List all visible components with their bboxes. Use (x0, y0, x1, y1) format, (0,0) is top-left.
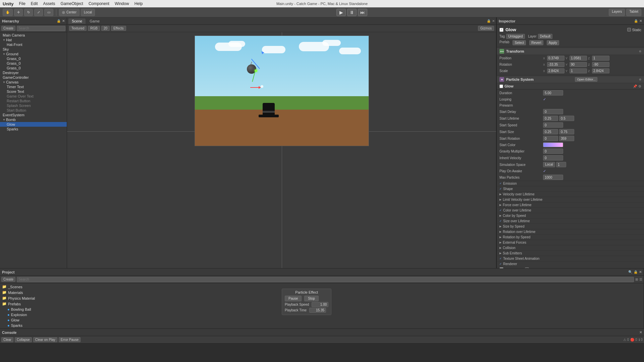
tab-scene[interactable]: Scene (68, 18, 86, 24)
open-editor-btn[interactable]: Open Editor... (575, 77, 597, 82)
play-button[interactable]: ▶ (336, 9, 346, 16)
hierarchy-item-ground[interactable]: ▼ Ground (0, 52, 67, 56)
transform-component-header[interactable]: ⟵ Transform ⚙ (497, 48, 644, 55)
hierarchy-item-destroyer[interactable]: Destroyer (0, 70, 67, 75)
color-by-speed-toggle[interactable]: Color by Speed (497, 213, 644, 218)
hierarchy-close-icon[interactable]: ✕ (62, 19, 65, 23)
gravity-input[interactable] (543, 148, 563, 154)
local-toggle[interactable]: Local (81, 9, 95, 16)
emission-toggle[interactable]: Emission (497, 181, 644, 186)
rot-x-input[interactable] (547, 62, 565, 67)
step-button[interactable]: ⏭ (358, 9, 367, 16)
particle-system-component-header[interactable]: ★ Particle System Open Editor... ⚙ (497, 76, 644, 83)
external-forces-toggle[interactable]: External Forces (497, 240, 644, 245)
start-color-swatch[interactable] (543, 142, 563, 147)
hierarchy-item-sparks[interactable]: Sparks (0, 127, 67, 131)
simulation-space-input[interactable] (556, 162, 566, 167)
rotation-lifetime-toggle[interactable]: Rotation over Lifetime (497, 229, 644, 234)
scene-close-icon[interactable]: ✕ (492, 19, 495, 23)
effects-dropdown[interactable]: Effects (111, 26, 126, 31)
collision-toggle[interactable]: Collision (497, 245, 644, 250)
looping-checkbox[interactable]: ✓ (543, 97, 546, 102)
playback-time-input[interactable] (309, 308, 326, 313)
play-on-awake-checkbox[interactable]: ✓ (543, 169, 546, 173)
hierarchy-item-timertext[interactable]: Timer Text (0, 84, 67, 89)
hierarchy-item-canvas[interactable]: ▼ Canvas (0, 80, 67, 84)
project-close-icon[interactable]: ✕ (639, 270, 642, 274)
stop-particle-btn[interactable]: Stop (304, 296, 319, 301)
simulation-space-dropdown[interactable]: Local (543, 162, 555, 167)
hierarchy-item-grass1[interactable]: Grass_0 (0, 56, 67, 61)
hierarchy-lock-icon[interactable]: 🔒 (57, 19, 61, 23)
size-by-speed-toggle[interactable]: Size by Speed (497, 224, 644, 229)
menu-assets[interactable]: Assets (43, 1, 55, 6)
start-speed-input[interactable] (543, 122, 563, 128)
start-delay-input[interactable] (543, 109, 563, 114)
start-size-x-input[interactable] (543, 129, 558, 134)
menu-window[interactable]: Window (115, 1, 129, 6)
project-create-btn[interactable]: Create (1, 277, 15, 282)
rot-z-input[interactable] (592, 62, 609, 67)
playback-speed-input[interactable] (312, 302, 328, 307)
apply-button[interactable]: Apply (547, 40, 559, 45)
tablet-dropdown[interactable]: Tablet (626, 9, 641, 16)
textured-dropdown[interactable]: Textured (69, 26, 87, 31)
project-lock-icon[interactable]: 🔒 (634, 270, 638, 274)
hierarchy-item-hatfront[interactable]: Hat-Front (0, 42, 67, 47)
scale-x-input[interactable] (547, 68, 565, 73)
menu-component[interactable]: Component (89, 1, 109, 6)
hierarchy-item-gameovertext[interactable]: Game Over Text (0, 94, 67, 99)
hierarchy-item-maincamera[interactable]: Main Camera (0, 33, 67, 38)
pos-y-input[interactable] (570, 56, 587, 61)
hierarchy-item-hat[interactable]: ▼ Hat (0, 38, 67, 42)
inspector-lock-icon[interactable]: 🔒 (634, 19, 638, 23)
project-item-glow-prefab[interactable]: ● Glow (0, 317, 644, 323)
sub-emitters-toggle[interactable]: Sub Emitters (497, 250, 644, 256)
go-active-checkbox[interactable]: ✓ (499, 28, 503, 32)
layer-value[interactable]: Default (538, 34, 553, 39)
hierarchy-item-startbutton[interactable]: Start Button (0, 108, 67, 113)
max-particles-input[interactable] (543, 175, 563, 180)
scene-lock-icon[interactable]: 🔒 (487, 19, 491, 23)
pause-particle-btn[interactable]: Pause (285, 296, 302, 301)
error-pause-button[interactable]: Error Pause (59, 337, 80, 342)
hierarchy-item-grass3[interactable]: Grass_0 (0, 66, 67, 70)
glow-pin-icon[interactable]: 📌 (633, 84, 637, 88)
menu-help[interactable]: Help (135, 1, 143, 6)
select-button[interactable]: Select (513, 40, 526, 45)
color-lifetime-toggle[interactable]: Color over Lifetime (497, 207, 644, 213)
clear-button[interactable]: Clear (1, 337, 13, 342)
start-lifetime-y-input[interactable] (559, 116, 574, 121)
hierarchy-item-restartbutton[interactable]: Restart Button (0, 99, 67, 103)
shape-toggle[interactable]: Shape (497, 186, 644, 191)
renderer-toggle[interactable]: Renderer (497, 261, 644, 266)
hierarchy-item-eventsystem[interactable]: EventSystem (0, 113, 67, 117)
project-search-icon[interactable]: 🔍 (628, 270, 632, 274)
console-close-icon[interactable]: ✕ (639, 330, 642, 334)
hierarchy-create-btn[interactable]: Create (1, 26, 15, 31)
center-toggle[interactable]: ◎ Center (59, 9, 79, 16)
inspector-close-icon[interactable]: ✕ (639, 19, 642, 23)
hand-tool[interactable]: ✋ (3, 9, 13, 16)
revert-button[interactable]: Revert (529, 40, 543, 45)
project-search-input[interactable] (17, 277, 634, 282)
collapse-button[interactable]: Collapse (15, 337, 32, 342)
limit-velocity-toggle[interactable]: Limit Velocity over Lifetime (497, 197, 644, 202)
hierarchy-item-bomb[interactable]: ▼ Bomb (0, 117, 67, 122)
velocity-toggle[interactable]: Velocity over Lifetime (497, 191, 644, 197)
project-detail-btn[interactable]: ☰ (639, 278, 642, 281)
pos-x-input[interactable] (547, 56, 565, 61)
scale-z-input[interactable] (592, 68, 609, 73)
glow-enable-checkbox[interactable]: ✓ (499, 84, 503, 88)
force-toggle[interactable]: Force over Lifetime (497, 202, 644, 207)
project-icon-btn[interactable]: ⊞ (635, 278, 638, 281)
pause-button[interactable]: ⏸ (347, 9, 357, 16)
tab-game[interactable]: Game (86, 18, 103, 24)
inherit-velocity-input[interactable] (543, 155, 563, 161)
rect-tool[interactable]: ▭ (44, 9, 53, 16)
scale-y-input[interactable] (570, 68, 587, 73)
scale-tool[interactable]: ⤢ (34, 9, 43, 16)
hierarchy-item-sky[interactable]: Sky (0, 47, 67, 52)
hierarchy-item-glow[interactable]: Glow (0, 122, 67, 127)
rot-y-input[interactable] (570, 62, 587, 67)
